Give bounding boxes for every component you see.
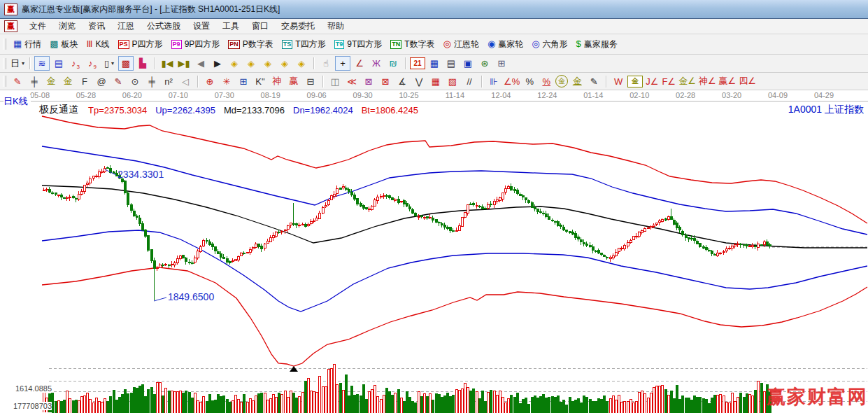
gold-circle-icon[interactable]: 金	[555, 75, 568, 88]
gold-box-icon[interactable]: 金	[627, 76, 643, 88]
menu-item-8[interactable]: 交易委托	[275, 19, 321, 34]
parallel-icon[interactable]: //	[462, 74, 477, 89]
calculator-icon[interactable]: ▦	[427, 56, 442, 71]
t-number-button[interactable]: TNT数字表	[386, 37, 439, 52]
save-icon[interactable]: ▣	[460, 56, 476, 71]
menu-item-9[interactable]: 帮助	[321, 19, 350, 34]
shen-grid-icon[interactable]: 神	[269, 74, 285, 89]
shen-angle-icon[interactable]: 神∠	[698, 74, 717, 89]
step9-icon[interactable]: ♪9	[85, 56, 100, 71]
gann-wheel-button[interactable]: ◎江恩轮	[439, 37, 483, 52]
t-square-button[interactable]: TST四方形	[278, 37, 330, 52]
next-bar-icon[interactable]: ▶	[210, 56, 225, 71]
fractal-icon[interactable]: ₪	[385, 56, 401, 71]
app-menu-icon[interactable]: 赢	[4, 20, 17, 32]
menu-item-6[interactable]: 工具	[216, 19, 246, 34]
f-comb-icon[interactable]: F	[77, 74, 92, 89]
crosshair-tool-icon[interactable]: +	[335, 56, 350, 71]
winner-wheel-button[interactable]: ◉赢家轮	[483, 37, 527, 52]
step3-icon[interactable]: ♪3	[68, 56, 83, 71]
comb-tool-icon[interactable]: ╪	[27, 74, 42, 89]
candle-style-selector[interactable]: ▯▾	[101, 56, 117, 71]
kline-button[interactable]: ⅢK线	[83, 37, 114, 52]
n-square-icon[interactable]: n²	[161, 74, 176, 89]
w-wave-icon[interactable]: W	[611, 74, 626, 89]
period-day-selector[interactable]: 日▾	[10, 56, 25, 71]
diamond-expand-icon[interactable]: ◈	[294, 56, 309, 71]
blue-bars-icon[interactable]: ⊪	[486, 74, 501, 89]
gold-angle-icon[interactable]: 金∠	[678, 74, 697, 89]
gold-comb2-icon[interactable]: 金	[60, 74, 76, 89]
menu-item-4[interactable]: 公式选股	[141, 19, 187, 34]
diamond-right-icon[interactable]: ◈	[243, 56, 259, 71]
trend-arrow-icon[interactable]: ∡	[394, 74, 410, 89]
spiral-icon[interactable]: @	[94, 74, 109, 89]
v-wave-icon[interactable]: ⋁	[411, 74, 427, 89]
menu-item-7[interactable]: 窗口	[246, 19, 275, 34]
p-square-button[interactable]: PSP四方形	[114, 37, 167, 52]
p-number-button[interactable]: PNP数字表	[224, 37, 278, 52]
menu-item-3[interactable]: 江恩	[111, 19, 141, 34]
go-first-icon[interactable]: ▮◀	[159, 56, 175, 71]
percent-slope-icon[interactable]: ∠%	[503, 74, 520, 89]
prev-bar-icon[interactable]: ◀	[193, 56, 208, 71]
workstation-icon[interactable]: ⊞	[494, 56, 509, 71]
cycle-circle-icon[interactable]: ⊙	[127, 74, 143, 89]
quotes-button[interactable]: ▦行情	[9, 37, 45, 52]
sectors-button[interactable]: ▩板块	[45, 37, 82, 52]
x-axis-date-row: 05-0805-2806-2007-1007-3008-1909-0609-30…	[0, 90, 868, 102]
x-axis-label: 04-09	[768, 91, 788, 99]
percent-icon[interactable]: %	[522, 74, 537, 89]
hand-tool-icon[interactable]: ☝	[318, 56, 334, 71]
target-circle-icon[interactable]: ⊕	[202, 74, 218, 89]
fan-lines-icon[interactable]: ≪	[344, 74, 360, 89]
chart-canvas[interactable]: 2334.33011849.6500	[0, 102, 868, 413]
ying-grid-icon[interactable]: 赢	[286, 74, 301, 89]
hexagon-button[interactable]: ◎六角形	[527, 37, 571, 52]
winner-service-button[interactable]: $赢家服务	[572, 37, 622, 52]
x-axis-label: 06-20	[122, 91, 142, 99]
volume-series	[43, 364, 771, 413]
zigzag-pattern-icon[interactable]: ≋	[34, 56, 50, 71]
menu-item-2[interactable]: 资讯	[82, 19, 111, 34]
t9-square-button[interactable]: T99T四方形	[330, 37, 387, 52]
f-angle-icon[interactable]: F∠	[661, 74, 676, 89]
gold-comb1-icon[interactable]: 金	[43, 74, 59, 89]
percent-line-icon[interactable]: %	[539, 74, 554, 89]
calendar-icon[interactable]: 21	[410, 57, 425, 69]
red-grid-arrow-icon[interactable]: ▨	[445, 74, 460, 89]
web-sync-icon[interactable]: ⊛	[477, 56, 492, 71]
box-measure-icon[interactable]: ◫	[327, 74, 343, 89]
flag-brush-icon[interactable]: ✎	[586, 74, 602, 89]
diamond-compress-icon[interactable]: ◈	[277, 56, 292, 71]
report-icon[interactable]: ▤	[443, 56, 459, 71]
go-last-icon[interactable]: ▶▮	[176, 56, 192, 71]
j-angle-icon[interactable]: J∠	[644, 74, 660, 89]
diamond-left-icon[interactable]: ◈	[227, 56, 242, 71]
detail-list-icon[interactable]: ▤	[51, 56, 66, 71]
grid-123-icon[interactable]: ⊟	[303, 74, 318, 89]
menu-item-5[interactable]: 设置	[187, 19, 216, 34]
diamond-hspan-icon[interactable]: ◈	[260, 56, 276, 71]
toolbar-main: ▦行情▩板块ⅢK线PSP四方形P99P四方形PNP数字表TST四方形T99T四方…	[0, 34, 868, 55]
gann-shape-icon[interactable]: Ж	[369, 56, 384, 71]
ying-angle-icon[interactable]: 赢∠	[718, 74, 737, 89]
si-angle-icon[interactable]: 四∠	[738, 74, 757, 89]
red-grid-icon[interactable]: ▦	[428, 74, 443, 89]
k-quote-icon[interactable]: K"	[252, 74, 268, 89]
red-pattern-icon[interactable]: ▩	[118, 56, 134, 71]
diag-box-icon[interactable]: ⊠	[378, 74, 393, 89]
brush-grid-icon[interactable]: ✎	[111, 74, 126, 89]
comb2-icon[interactable]: ╪	[144, 74, 159, 89]
angle-fan-icon[interactable]: ◁	[178, 74, 193, 89]
fan-box-icon[interactable]: ⊠	[361, 74, 376, 89]
brush-tool-icon[interactable]: ✎	[10, 74, 25, 89]
angle-measure-icon[interactable]: ∠	[352, 56, 367, 71]
menu-item-0[interactable]: 文件	[23, 19, 52, 34]
web-grid-icon[interactable]: ⊞	[236, 74, 251, 89]
star-burst-icon[interactable]: ✳	[219, 74, 234, 89]
gold-line-icon[interactable]: 金	[569, 74, 585, 89]
p9-square-button[interactable]: P99P四方形	[167, 37, 225, 52]
histogram-icon[interactable]: ▙	[135, 56, 150, 71]
menu-item-1[interactable]: 浏览	[52, 19, 82, 34]
